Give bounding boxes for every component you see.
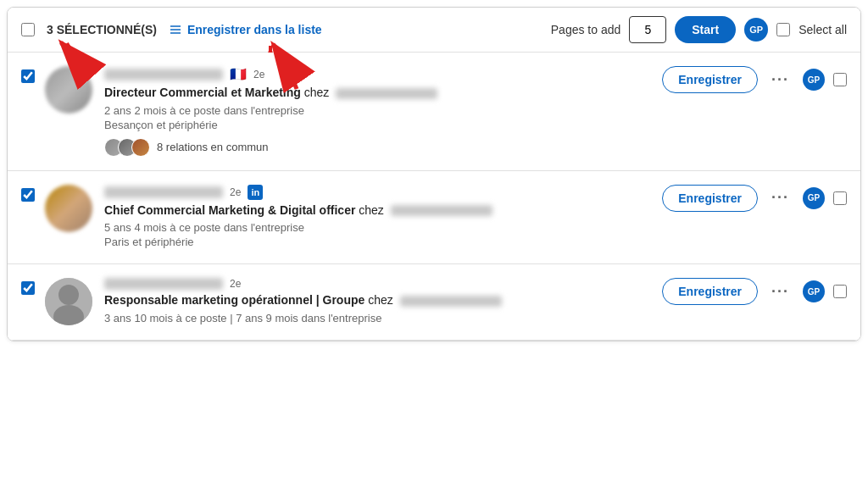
item-select-checkbox-3[interactable] — [833, 285, 847, 298]
more-options-button-3[interactable]: ··· — [766, 280, 794, 304]
item-actions-1: Enregistrer ··· GP — [662, 66, 847, 93]
item-info-3: 2e Responsable marketing opérationnel | … — [104, 278, 648, 326]
degree-badge-2: 2e — [230, 186, 241, 198]
item-meta1-3: 3 ans 10 mois à ce poste | 7 ans 9 mois … — [104, 312, 648, 324]
flag-icon-1: 🇫🇷 — [230, 66, 247, 82]
enregistrer-liste-button[interactable]: Enregistrer dans la liste — [169, 23, 322, 36]
toolbar-right: Pages to add Start GP Select all — [551, 16, 847, 43]
avatar-svg-3 — [45, 278, 92, 325]
item-select-checkbox-1[interactable] — [833, 73, 847, 86]
gp-icon: GP — [744, 18, 768, 42]
item-company-blurred-3 — [400, 296, 502, 307]
pages-to-add-label: Pages to add — [551, 23, 621, 36]
degree-badge-1: 2e — [253, 69, 264, 80]
item-meta1-1: 2 ans 2 mois à ce poste dans l'entrepris… — [104, 104, 648, 117]
item-checkbox-2[interactable] — [21, 188, 35, 202]
item-actions-3: Enregistrer ··· GP — [662, 278, 847, 305]
enregistrer-button-3[interactable]: Enregistrer — [662, 278, 758, 305]
select-all-label: Select all — [798, 23, 847, 36]
start-button[interactable]: Start — [675, 16, 736, 43]
toolbar: 3 SÉLECTIONNÉ(S) Enregistrer dans la lis… — [8, 8, 860, 53]
gp-icon-small-2: GP — [803, 187, 825, 209]
degree-badge-3: 2e — [230, 278, 241, 290]
item-meta1-2: 5 ans 4 mois à ce poste dans l'entrepris… — [104, 221, 648, 234]
results-list: 🇫🇷 2e Directeur Commercial et Marketing … — [8, 53, 860, 341]
list-item: 2e Responsable marketing opérationnel | … — [8, 264, 860, 341]
enregistrer-button-1[interactable]: Enregistrer — [662, 66, 758, 93]
enregistrer-button-2[interactable]: Enregistrer — [662, 185, 758, 212]
item-select-checkbox-2[interactable] — [833, 191, 847, 205]
select-all-checkbox[interactable] — [776, 23, 790, 36]
toolbar-left: 3 SÉLECTIONNÉ(S) Enregistrer dans la lis… — [21, 23, 541, 36]
item-meta2-1: Besançon et périphérie — [104, 119, 648, 131]
item-actions-2: Enregistrer ··· GP — [662, 185, 847, 212]
item-company-blurred-2 — [391, 205, 492, 216]
gp-icon-small-3: GP — [803, 280, 825, 302]
mutual-connections-1: 8 relations en commun — [104, 138, 648, 157]
selected-count-label: 3 SÉLECTIONNÉ(S) — [47, 23, 157, 36]
avatar — [45, 278, 92, 325]
item-title-2: Chief Commercial Marketing & Digital off… — [104, 202, 648, 219]
linkedin-badge-2: in — [248, 185, 263, 200]
more-options-button-1[interactable]: ··· — [766, 68, 794, 92]
item-info-2: 2e in Chief Commercial Marketing & Digit… — [104, 185, 648, 251]
avatar — [45, 185, 92, 232]
pages-to-add-input[interactable] — [629, 16, 666, 43]
list-item: 2e in Chief Commercial Marketing & Digit… — [8, 171, 860, 265]
avatar — [45, 66, 92, 114]
item-company-blurred-1 — [336, 88, 437, 99]
item-name-blurred-3 — [104, 278, 223, 290]
item-name-row-1: 🇫🇷 2e — [104, 66, 648, 82]
enregistrer-liste-label: Enregistrer dans la liste — [187, 23, 322, 36]
item-name-blurred-2 — [104, 186, 223, 198]
item-name-row-3: 2e — [104, 278, 648, 290]
gp-icon-small-1: GP — [803, 69, 825, 91]
master-checkbox[interactable] — [21, 23, 35, 36]
mutual-text-1: 8 relations en commun — [157, 141, 269, 153]
item-title-3: Responsable marketing opérationnel | Gro… — [104, 292, 648, 309]
mini-avatars-1 — [104, 138, 150, 157]
item-info-1: 🇫🇷 2e Directeur Commercial et Marketing … — [104, 66, 648, 157]
svg-point-8 — [58, 285, 79, 305]
item-title-1: Directeur Commercial et Marketing chez — [104, 85, 648, 102]
item-name-row-2: 2e in — [104, 185, 648, 200]
more-options-button-2[interactable]: ··· — [766, 186, 794, 210]
list-item: 🇫🇷 2e Directeur Commercial et Marketing … — [8, 53, 860, 171]
list-icon — [169, 23, 182, 36]
item-name-blurred-1 — [104, 69, 223, 80]
item-checkbox-1[interactable] — [21, 69, 35, 83]
item-meta2-2: Paris et périphérie — [104, 236, 648, 248]
item-checkbox-3[interactable] — [21, 281, 35, 295]
mini-avatar — [131, 138, 150, 157]
